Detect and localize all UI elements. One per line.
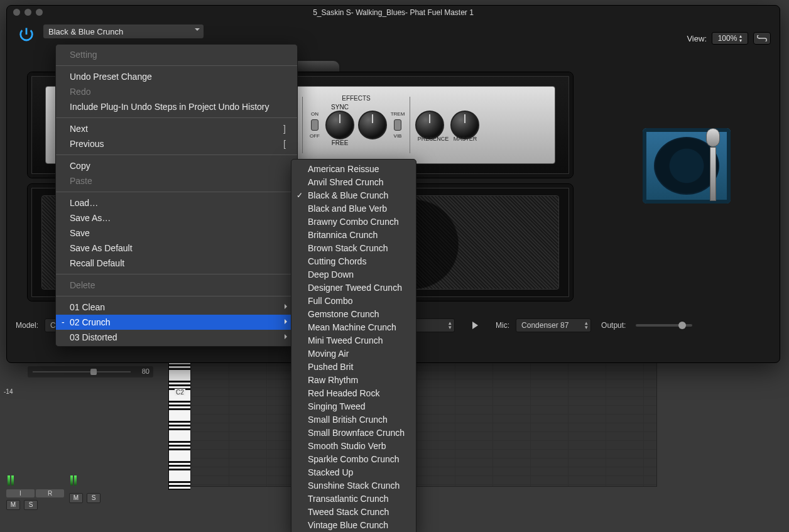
submenu-item[interactable]: Anvil Shred Crunch [291, 175, 416, 188]
submenu-item-label: Transatlantic Crunch [308, 494, 389, 504]
submenu-item[interactable]: Sparkle Combo Crunch [291, 452, 416, 465]
free-label: FREE [332, 139, 349, 146]
record-button[interactable]: R [36, 489, 64, 497]
depth-knob[interactable] [358, 111, 387, 139]
rate-knob[interactable] [325, 111, 354, 139]
plugin-header: Black & Blue Crunch View: 100% ▴▾ [7, 19, 780, 43]
zoom-dropdown[interactable]: 100% ▴▾ [712, 32, 748, 45]
chevron-right-icon [285, 334, 290, 339]
effects-label: EFFECTS [342, 95, 371, 102]
link-icon [757, 35, 767, 41]
submenu-item-label: Deep Down [308, 269, 354, 280]
minimize-icon[interactable] [24, 9, 31, 16]
submenu-item[interactable]: Tweed Stack Crunch [291, 505, 416, 518]
mute-button[interactable]: M [69, 493, 83, 503]
power-icon [18, 26, 35, 43]
menu-previous[interactable]: Previous [ [56, 136, 297, 151]
menu-separator [56, 155, 297, 155]
submenu-item-label: Vintage Blue Crunch [308, 520, 388, 530]
submenu-item[interactable]: Raw Rhythm [291, 373, 416, 386]
submenu-item[interactable]: Full Combo [291, 294, 416, 307]
submenu-item[interactable]: ✓Black & Blue Crunch [291, 188, 416, 202]
submenu-item[interactable]: Designer Tweed Crunch [291, 281, 416, 294]
solo-button[interactable]: S [24, 500, 38, 510]
cabinet-thumbnail[interactable] [636, 109, 743, 216]
mute-button[interactable]: M [6, 500, 20, 510]
submenu-item[interactable]: Sunshine Stack Crunch [291, 479, 416, 492]
window-titlebar[interactable]: 5_Saskin S- Walking_Blues- Phat Fuel Mas… [7, 6, 780, 19]
check-icon: ✓ [297, 190, 303, 201]
midi-grid[interactable] [190, 352, 657, 487]
trem-vib-switch[interactable]: TREM VIB [391, 111, 405, 139]
level-meter [6, 474, 64, 487]
input-button[interactable]: I [6, 489, 35, 497]
menu-delete[interactable]: Delete [56, 278, 297, 293]
dash-indicator: - [62, 317, 65, 328]
zoom-icon[interactable] [36, 9, 43, 16]
piano-keyboard[interactable] [168, 352, 190, 490]
mic-label: Mic: [496, 321, 509, 330]
submenu-item[interactable]: Vintage Blue Crunch [291, 518, 416, 531]
submenu-item[interactable]: Deep Down [291, 268, 416, 281]
menu-next[interactable]: Next ] [56, 121, 297, 136]
menu-save-default[interactable]: Save As Default [56, 241, 297, 256]
menu-paste[interactable]: Paste [56, 173, 297, 188]
link-button[interactable] [753, 32, 771, 45]
menu-include-undo[interactable]: Include Plug-In Undo Steps in Project Un… [56, 99, 297, 114]
submenu-item[interactable]: Singing Tweed [291, 399, 416, 413]
submenu-item[interactable]: Brawny Combo Crunch [291, 215, 416, 228]
menu-category-distorted[interactable]: 03 Distorted [56, 330, 297, 345]
window-traffic-lights[interactable] [13, 9, 43, 16]
power-button[interactable] [16, 24, 37, 45]
output-slider[interactable] [636, 324, 692, 327]
submenu-item[interactable]: Pushed Brit [291, 360, 416, 373]
menu-copy[interactable]: Copy [56, 158, 297, 173]
play-button[interactable] [472, 322, 478, 329]
effects-on-off-switch[interactable]: ON OFF [308, 111, 322, 139]
preset-dropdown[interactable]: Black & Blue Crunch [43, 24, 204, 38]
submenu-item-label: Mean Machine Crunch [308, 322, 396, 332]
menu-load[interactable]: Load… [56, 195, 297, 210]
submenu-item[interactable]: Smooth Studio Verb [291, 439, 416, 452]
submenu-item[interactable]: Red Headed Rock [291, 386, 416, 399]
shortcut-key: ] [283, 123, 286, 134]
menu-category-crunch[interactable]: - 02 Crunch [56, 315, 297, 330]
solo-button[interactable]: S [87, 493, 101, 503]
submenu-item-label: Black & Blue Crunch [308, 190, 388, 200]
submenu-item-label: Red Headed Rock [308, 388, 379, 398]
submenu-item[interactable]: Black and Blue Verb [291, 202, 416, 215]
menu-save-as[interactable]: Save As… [56, 210, 297, 225]
stepper-icon: ▴▾ [449, 321, 452, 330]
submenu-item[interactable]: Mean Machine Crunch [291, 320, 416, 334]
submenu-item-label: Black and Blue Verb [308, 204, 387, 214]
menu-recall-default[interactable]: Recall Default [56, 256, 297, 271]
submenu-item[interactable]: American Reissue [291, 162, 416, 175]
stepper-icon: ▴▾ [739, 34, 742, 43]
submenu-item[interactable]: Mini Tweed Crunch [291, 334, 416, 347]
submenu-item-label: Raw Rhythm [308, 375, 358, 385]
submenu-item-label: Full Combo [308, 296, 353, 306]
submenu-item[interactable]: Stacked Up [291, 465, 416, 479]
submenu-item-label: Designer Tweed Crunch [308, 283, 402, 293]
submenu-item-label: Small Brownface Crunch [308, 428, 405, 438]
submenu-item[interactable]: Small British Crunch [291, 413, 416, 426]
submenu-item[interactable]: Transatlantic Crunch [291, 492, 416, 505]
submenu-item[interactable]: Small Brownface Crunch [291, 426, 416, 439]
submenu-item[interactable]: Britannica Crunch [291, 228, 416, 241]
menu-save[interactable]: Save [56, 225, 297, 241]
submenu-item[interactable]: Moving Air [291, 347, 416, 360]
menu-undo-preset[interactable]: Undo Preset Change [56, 69, 297, 84]
submenu-item[interactable]: Gemstone Crunch [291, 307, 416, 320]
mic-select[interactable]: Condenser 87 ▴▾ [516, 318, 591, 332]
view-label: View: [687, 34, 707, 43]
menu-redo[interactable]: Redo [56, 84, 297, 99]
velocity-slider[interactable]: 80 [28, 366, 153, 377]
menu-separator [56, 65, 297, 66]
submenu-item[interactable]: Brown Stack Crunch [291, 241, 416, 254]
submenu-item[interactable]: Cutting Chords [291, 254, 416, 268]
submenu-item-label: Smooth Studio Verb [308, 441, 386, 451]
menu-separator [56, 296, 297, 296]
close-icon[interactable] [13, 9, 20, 16]
window-title: 5_Saskin S- Walking_Blues- Phat Fuel Mas… [313, 8, 474, 17]
menu-category-clean[interactable]: 01 Clean [56, 300, 297, 315]
